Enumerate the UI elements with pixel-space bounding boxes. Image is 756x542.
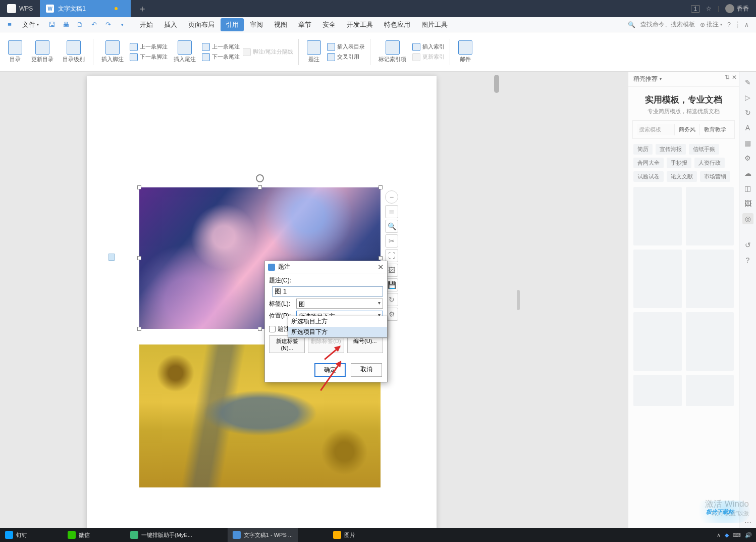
template-card[interactable] bbox=[633, 250, 682, 308]
insert-index-button[interactable]: 插入索引 bbox=[412, 43, 445, 51]
tag-select[interactable]: 图 bbox=[296, 299, 383, 309]
tray-lang-icon[interactable]: ⌨ bbox=[733, 532, 741, 538]
help2-icon[interactable]: ? bbox=[742, 255, 753, 266]
menu-tab-9[interactable]: 特色应用 bbox=[379, 18, 415, 31]
crop-icon[interactable]: ✂ bbox=[385, 234, 398, 248]
tray-cloud-icon[interactable]: ◆ bbox=[725, 532, 729, 538]
template-card[interactable] bbox=[633, 375, 682, 406]
resize-handle-ml[interactable] bbox=[137, 256, 141, 260]
undo-icon[interactable]: ↶ bbox=[88, 19, 99, 30]
resize-handle-tr[interactable] bbox=[379, 185, 383, 189]
new-tab-button[interactable]: ＋ bbox=[131, 3, 154, 15]
panel-close-icon[interactable]: ✕ bbox=[732, 74, 737, 81]
menu-tab-4[interactable]: 审阅 bbox=[245, 18, 268, 31]
resize-handle-bl[interactable] bbox=[137, 327, 141, 331]
menu-tab-8[interactable]: 开发工具 bbox=[342, 18, 378, 31]
ok-button[interactable]: 确定 bbox=[314, 363, 346, 377]
select-icon[interactable]: ▷ bbox=[742, 92, 753, 103]
template-tab-education[interactable]: 教育教学 bbox=[699, 124, 730, 135]
hamburger-icon[interactable]: ≡ bbox=[4, 19, 15, 30]
taskbar-item[interactable]: 文字文稿1 - WPS ... bbox=[228, 528, 298, 542]
rotate-handle[interactable] bbox=[256, 174, 264, 182]
resize-handle-tl[interactable] bbox=[137, 185, 141, 189]
position-option-above[interactable]: 所选项目上方 bbox=[288, 316, 387, 327]
collapse-toolbar-icon[interactable]: − bbox=[385, 190, 398, 204]
position-option-below[interactable]: 所选项目下方 bbox=[288, 327, 387, 337]
shape-icon[interactable]: ◫ bbox=[742, 183, 753, 194]
template-tag[interactable]: 论文文献 bbox=[667, 171, 697, 182]
image-icon[interactable]: 🖼 bbox=[742, 198, 753, 209]
panel-options-icon[interactable]: ⇅ bbox=[725, 74, 730, 81]
pages-badge[interactable]: 1 bbox=[691, 5, 700, 13]
template-card[interactable] bbox=[686, 187, 734, 245]
mail-button[interactable]: 邮件 bbox=[455, 40, 475, 63]
document-tab[interactable]: W 文字文稿1 bbox=[40, 0, 131, 17]
caption-input[interactable] bbox=[272, 286, 383, 297]
mark-index-button[interactable]: 标记索引项 bbox=[375, 40, 409, 63]
layout-options-icon[interactable]: ≣ bbox=[385, 205, 398, 218]
template-tag[interactable]: 试题试卷 bbox=[633, 171, 664, 182]
grid-icon[interactable]: ▦ bbox=[742, 137, 753, 149]
menu-tab-5[interactable]: 视图 bbox=[269, 18, 292, 31]
menu-tab-0[interactable]: 开始 bbox=[135, 18, 158, 31]
preview-icon[interactable]: 🗋 bbox=[74, 19, 85, 30]
template-card[interactable] bbox=[686, 250, 734, 308]
toc-level-button[interactable]: 目录级别 bbox=[60, 40, 88, 63]
resize-handle-tc[interactable] bbox=[258, 185, 262, 189]
pencil-icon[interactable]: ✎ bbox=[742, 77, 753, 88]
favorite-icon[interactable]: ☆ bbox=[706, 5, 712, 12]
template-tab-business[interactable]: 商务风 bbox=[674, 124, 699, 135]
document-area[interactable]: − ≣ 🔍 ✂ ⛶ 🖼 💾 ↻ ⚙ 题注 ✕ 题注(C): 标签(L): 图 bbox=[0, 72, 628, 528]
taskbar-item[interactable]: 一键排版助手(MyE... bbox=[125, 528, 197, 542]
template-tag[interactable]: 人资行政 bbox=[694, 158, 725, 168]
help-icon[interactable]: ? bbox=[727, 21, 731, 28]
dialog-titlebar[interactable]: 题注 ✕ bbox=[265, 261, 387, 273]
template-tag[interactable]: 简历 bbox=[633, 144, 653, 155]
text-icon[interactable]: A bbox=[742, 122, 753, 133]
taskbar-item[interactable]: 微信 bbox=[63, 528, 95, 542]
template-tag[interactable]: 市场营销 bbox=[700, 171, 730, 182]
template-tag[interactable]: 信纸手账 bbox=[689, 144, 719, 155]
search-commands[interactable]: 查找命令、搜索模板 bbox=[640, 20, 695, 29]
history-icon[interactable]: ↺ bbox=[742, 239, 753, 251]
new-label-button[interactable]: 新建标签(N)... bbox=[269, 335, 305, 353]
taskbar-item[interactable]: 图片 bbox=[328, 528, 360, 542]
taskbar-item[interactable]: 钉钉 bbox=[0, 528, 32, 542]
template-search-input[interactable]: 搜索模板 bbox=[637, 124, 674, 135]
template-card[interactable] bbox=[633, 312, 682, 371]
menu-tab-2[interactable]: 页面布局 bbox=[183, 18, 220, 31]
template-icon[interactable]: ◎ bbox=[742, 213, 753, 224]
search-icon[interactable]: 🔍 bbox=[628, 21, 635, 28]
numbering-button[interactable]: 编号(U)... bbox=[347, 335, 383, 353]
template-tag[interactable]: 合同大全 bbox=[633, 158, 664, 168]
annotate-button[interactable]: ⊕ 批注 ▾ bbox=[700, 20, 722, 29]
template-card[interactable] bbox=[633, 187, 682, 245]
template-card[interactable] bbox=[686, 375, 734, 406]
include-label-checkbox[interactable] bbox=[269, 326, 276, 332]
tray-up-icon[interactable]: ∧ bbox=[717, 532, 721, 538]
save-icon[interactable]: 🖫 bbox=[46, 19, 57, 30]
vertical-scrollbar[interactable] bbox=[494, 73, 500, 527]
prev-footnote-button[interactable]: 上一条脚注 bbox=[130, 43, 168, 51]
print-icon[interactable]: 🖶 bbox=[60, 19, 71, 30]
dropdown-icon[interactable]: ▾ bbox=[117, 19, 128, 30]
update-toc-button[interactable]: 更新目录 bbox=[28, 40, 57, 63]
caption-button[interactable]: 题注 bbox=[304, 40, 324, 63]
insert-footnote-button[interactable]: 插入脚注 bbox=[98, 40, 127, 63]
file-menu[interactable]: 文件▾ bbox=[18, 20, 43, 29]
collapse-ribbon-icon[interactable]: ∧ bbox=[744, 21, 749, 28]
redo-icon[interactable]: ↷ bbox=[102, 19, 114, 30]
template-card[interactable] bbox=[686, 312, 734, 371]
scroll-thumb[interactable] bbox=[494, 75, 499, 93]
resize-handle-bc[interactable] bbox=[258, 327, 262, 331]
refresh-icon[interactable]: ↻ bbox=[742, 107, 753, 118]
template-tag[interactable]: 宣传海报 bbox=[656, 144, 686, 155]
menu-tab-3[interactable]: 引用 bbox=[221, 18, 244, 31]
cloud-icon[interactable]: ☁ bbox=[742, 168, 753, 179]
zoom-image-icon[interactable]: 🔍 bbox=[385, 220, 398, 233]
resize-handle-mr[interactable] bbox=[379, 256, 383, 260]
toc-button[interactable]: 目录 bbox=[5, 40, 25, 63]
tray-volume-icon[interactable]: 🔊 bbox=[745, 532, 752, 538]
prev-endnote-button[interactable]: 上一条尾注 bbox=[202, 43, 240, 51]
menu-tab-7[interactable]: 安全 bbox=[317, 18, 341, 31]
